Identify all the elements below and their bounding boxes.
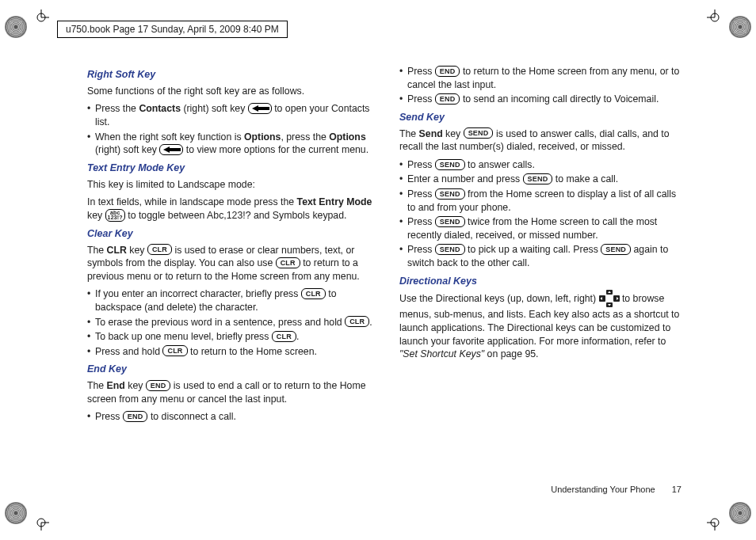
svg-marker-12 (252, 105, 258, 112)
text: Press (407, 216, 435, 227)
text: Press (407, 159, 435, 170)
text: (right) soft key (95, 144, 159, 155)
list-item: Press SEND to answer calls. (399, 158, 685, 172)
rosette-icon (5, 16, 27, 38)
text: to answer calls. (465, 159, 535, 170)
text: The (399, 128, 419, 139)
send-key-icon: SEND (435, 188, 465, 200)
text: to make a call. (552, 173, 618, 184)
clr-key-icon: CLR (345, 316, 369, 327)
svg-marker-14 (163, 146, 170, 153)
text: Enter a number and press (407, 173, 523, 184)
crop-mark-tl (33, 10, 49, 25)
end-key-icon: END (146, 380, 171, 391)
text: key (87, 210, 105, 221)
text: to disconnect a call. (147, 411, 235, 422)
list-item: When the right soft key function is Opti… (87, 131, 372, 157)
column-left: Right Soft Key Some functions of the rig… (87, 63, 372, 485)
text: to return to the Home screen. (188, 346, 317, 357)
text-bold: CLR (107, 245, 127, 256)
text: 123!? (108, 215, 123, 220)
text: to send an incoming call directly to Voi… (460, 93, 659, 105)
heading-send-key: Send Key (399, 111, 685, 124)
end-key-icon: END (435, 66, 460, 77)
list-item: Press SEND to pick up a waiting call. Pr… (399, 243, 685, 269)
footer-section: Understanding Your Phone (551, 485, 655, 494)
send-key-icon: SEND (435, 216, 465, 227)
heading-directional-keys: Directional Keys (399, 275, 685, 288)
text-bold: Send (419, 128, 443, 139)
text: . (369, 317, 372, 328)
list-item: Press the Contacts (right) soft key to o… (87, 102, 372, 128)
column-right: Press END to return to the Home screen f… (399, 63, 685, 485)
text: Press (95, 411, 123, 422)
text: In text fields, while in landscape mode … (87, 196, 297, 207)
crop-mark-br (707, 515, 723, 530)
heading-end-key: End Key (87, 363, 372, 376)
text: Press and hold (95, 346, 162, 357)
list-item: Enter a number and press SEND to make a … (399, 173, 685, 186)
page-number: 17 (672, 485, 682, 494)
text: on page 95. (484, 348, 538, 359)
text: key (443, 128, 464, 139)
text: Press (407, 188, 435, 200)
text: Press (407, 66, 435, 77)
text: Press (407, 93, 435, 105)
text: The (87, 245, 107, 256)
text-entry-key-icon: abc123!? (105, 209, 125, 222)
text-bold: End (107, 380, 125, 391)
paragraph: The CLR key CLR is used to erase or clea… (87, 244, 372, 283)
paragraph: Use the Directional keys (up, down, left… (399, 291, 685, 360)
text-bold: Options (329, 131, 365, 143)
text: (right) soft key (181, 103, 248, 114)
list-item: Press END to disconnect a call. (87, 410, 372, 424)
text: . (296, 331, 299, 342)
text-bold: Options (244, 131, 281, 143)
text: to pick up a waiting call. Press (465, 244, 601, 255)
list-item: To erase the previous word in a sentence… (87, 316, 372, 329)
heading-clear-key: Clear Key (87, 227, 372, 241)
paragraph: This key is limited to Landscape mode: (87, 178, 372, 192)
heading-text-entry-mode-key: Text Entry Mode Key (87, 162, 372, 175)
svg-rect-15 (170, 148, 181, 151)
text: If you enter an incorrect character, bri… (95, 288, 301, 299)
list-item: To back up one menu level, briefly press… (87, 330, 372, 344)
send-key-icon: SEND (523, 173, 553, 184)
rosette-icon (729, 16, 751, 38)
crop-mark-bl (33, 515, 49, 530)
list-item: Press END to send an incoming call direc… (399, 93, 685, 106)
list-item: Press SEND twice from the Home screen to… (399, 215, 685, 241)
clr-key-icon: CLR (147, 244, 172, 255)
svg-rect-13 (258, 107, 269, 110)
text: Press the (95, 103, 139, 114)
text: Press (407, 244, 435, 255)
send-key-icon: SEND (601, 244, 631, 255)
page-body: Right Soft Key Some functions of the rig… (87, 63, 685, 485)
text: key (127, 245, 147, 256)
rosette-icon (729, 502, 751, 524)
heading-right-soft-key: Right Soft Key (87, 68, 372, 82)
text: key (125, 380, 146, 391)
text: To erase the previous word in a sentence… (95, 317, 345, 328)
clr-key-icon: CLR (276, 257, 300, 268)
end-key-icon: END (435, 93, 460, 105)
paragraph: In text fields, while in landscape mode … (87, 196, 372, 222)
text: The (87, 380, 107, 391)
cross-reference: "Set Shortcut Keys" (399, 348, 484, 359)
text: to toggle between Abc,123!? and Symbols … (125, 210, 347, 221)
clr-key-icon: CLR (162, 345, 187, 356)
right-soft-key-icon (159, 144, 183, 155)
clr-key-icon: CLR (272, 331, 296, 342)
list-item: If you enter an incorrect character, bri… (87, 287, 372, 314)
list-item: Press and hold CLR to return to the Home… (87, 345, 372, 359)
text-bold: Text Entry Mode (297, 196, 372, 207)
text: Use the Directional keys (up, down, left… (399, 294, 599, 305)
text: , press the (281, 131, 329, 143)
text-bold: Contacts (139, 103, 181, 114)
crop-mark-tr (707, 10, 723, 25)
send-key-icon: SEND (464, 127, 494, 139)
page-footer: Understanding Your Phone 17 (551, 485, 682, 494)
rosette-icon (5, 502, 27, 524)
paragraph: The End key END is used to end a call or… (87, 379, 372, 405)
right-soft-key-icon (248, 103, 272, 114)
